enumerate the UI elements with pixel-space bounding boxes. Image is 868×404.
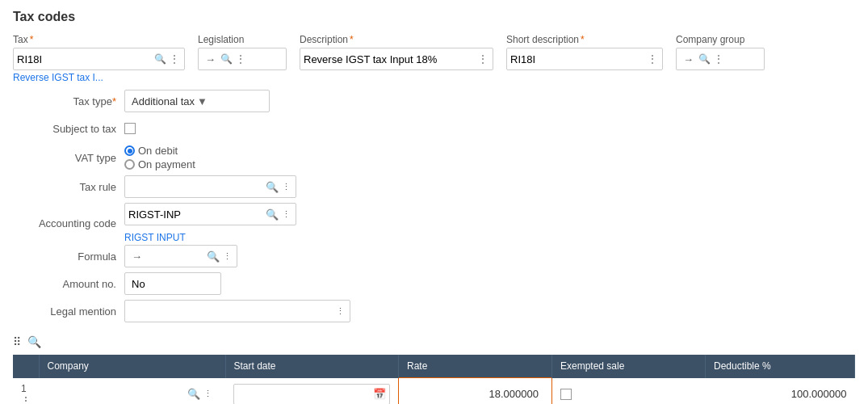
subject-to-tax-label: Subject to tax	[19, 123, 124, 135]
accounting-code-more-icon[interactable]: ⋮	[280, 209, 292, 220]
deductible-value: 100.000000	[714, 388, 847, 400]
short-description-more-icon[interactable]: ⋮	[646, 53, 659, 65]
amount-no-row: Amount no.	[19, 272, 855, 295]
table-row: 1 ⋮ 🔍 ⋮ 📅	[13, 378, 855, 405]
vat-type-on-payment-radio[interactable]	[124, 159, 135, 170]
legislation-label: Legislation	[198, 34, 287, 45]
tax-label: Tax*	[13, 34, 185, 45]
company-group-arrow: →	[680, 53, 697, 65]
company-more-icon[interactable]: ⋮	[202, 389, 214, 399]
tax-rule-search-box[interactable]: 🔍 ⋮	[124, 175, 296, 198]
company-group-more-icon[interactable]: ⋮	[712, 53, 725, 65]
description-input-box[interactable]: ⋮	[300, 48, 493, 70]
company-search-icon[interactable]: 🔍	[186, 388, 202, 400]
short-description-label: Short description*	[506, 34, 663, 45]
tax-rule-input[interactable]	[128, 181, 264, 193]
accounting-code-input[interactable]	[128, 208, 264, 221]
legal-mention-input[interactable]	[128, 305, 334, 318]
company-search-box[interactable]: 🔍 ⋮	[47, 383, 217, 405]
row-menu-icon[interactable]: ⋮	[21, 395, 31, 405]
short-description-field-group: Short description* ⋮	[506, 34, 663, 70]
start-date-input-box[interactable]: 📅	[233, 384, 390, 405]
company-input[interactable]	[50, 388, 186, 400]
subject-to-tax-row: Subject to tax	[19, 117, 855, 140]
row-num-cell: 1 ⋮	[13, 378, 39, 405]
company-cell: 🔍 ⋮	[39, 378, 225, 405]
formula-more-icon[interactable]: ⋮	[221, 251, 233, 262]
table-section: ⠿ 🔍 Company Start date Rate Exempted sal…	[13, 332, 855, 404]
calendar-icon[interactable]: 📅	[373, 388, 386, 400]
accounting-code-search-box[interactable]: 🔍 ⋮	[124, 203, 296, 225]
description-more-icon[interactable]: ⋮	[476, 53, 489, 65]
toolbar-search-icon[interactable]: 🔍	[27, 335, 41, 348]
exempted-sale-cell	[552, 378, 706, 405]
col-header-exempted-sale: Exempted sale	[552, 355, 706, 378]
vat-type-label: VAT type	[19, 152, 124, 164]
short-description-input[interactable]	[510, 53, 646, 65]
exempted-sale-checkbox[interactable]	[560, 389, 572, 400]
deductible-cell: 100.000000	[706, 378, 855, 405]
tax-search-icon[interactable]: 🔍	[153, 53, 168, 65]
tax-rule-label: Tax rule	[19, 181, 124, 193]
accounting-code-label: Accounting code	[19, 217, 124, 229]
tax-type-content: Additional tax ▼	[124, 90, 270, 112]
tax-rule-content: 🔍 ⋮	[124, 175, 296, 198]
rate-value: 18.000000	[407, 385, 543, 403]
vat-type-radio-group: On debit On payment	[124, 145, 195, 170]
table-toolbar: ⠿ 🔍	[13, 332, 855, 351]
start-date-input[interactable]	[237, 388, 373, 400]
subject-to-tax-content	[124, 123, 136, 134]
formula-row: Formula → 🔍 ⋮	[19, 245, 855, 267]
vat-type-on-debit[interactable]: On debit	[124, 145, 195, 157]
short-description-input-box[interactable]: ⋮	[506, 48, 663, 70]
tax-type-dropdown[interactable]: Additional tax ▼	[124, 90, 270, 112]
formula-search-icon[interactable]: 🔍	[205, 250, 221, 263]
subject-to-tax-checkbox[interactable]	[124, 123, 136, 134]
tax-more-icon[interactable]: ⋮	[168, 53, 181, 65]
vat-type-on-debit-label: On debit	[138, 145, 178, 157]
formula-label: Formula	[19, 250, 124, 263]
company-group-search-icon[interactable]: 🔍	[697, 53, 712, 65]
vat-type-on-payment-label: On payment	[138, 158, 195, 170]
accounting-code-search-icon[interactable]: 🔍	[264, 208, 280, 221]
description-input[interactable]	[304, 53, 476, 65]
legal-mention-label: Legal mention	[19, 305, 124, 318]
col-header-rate: Rate	[399, 355, 552, 378]
formula-box[interactable]: → 🔍 ⋮	[124, 245, 237, 267]
start-date-cell: 📅	[225, 378, 399, 405]
legal-mention-more-icon[interactable]: ⋮	[334, 306, 346, 317]
formula-content: → 🔍 ⋮	[124, 245, 237, 267]
legislation-field-group: Legislation → 🔍 ⋮	[198, 34, 287, 70]
col-header-num	[13, 355, 39, 378]
tax-rule-more-icon[interactable]: ⋮	[280, 182, 292, 192]
accounting-code-content: 🔍 ⋮ RIGST INPUT	[124, 203, 296, 243]
tax-input-box[interactable]: 🔍 ⋮	[13, 48, 185, 70]
tax-rule-search-icon[interactable]: 🔍	[264, 181, 280, 193]
company-group-input-box[interactable]: → 🔍 ⋮	[676, 48, 765, 70]
legal-mention-row: Legal mention ⋮	[19, 300, 855, 322]
tax-table: Company Start date Rate Exempted sale De…	[13, 355, 855, 404]
legislation-input-box[interactable]: → 🔍 ⋮	[198, 48, 287, 70]
company-group-label: Company group	[676, 34, 765, 45]
tax-type-dropdown-arrow: ▼	[197, 95, 262, 107]
tax-rule-row: Tax rule 🔍 ⋮	[19, 175, 855, 198]
tax-type-row: Tax type* Additional tax ▼	[19, 90, 855, 112]
company-group-field-group: Company group → 🔍 ⋮	[676, 34, 765, 70]
legislation-more-icon[interactable]: ⋮	[234, 53, 247, 65]
description-label: Description*	[300, 34, 493, 45]
vat-type-on-debit-radio[interactable]	[124, 145, 135, 156]
accounting-code-link[interactable]: RIGST INPUT	[124, 232, 186, 243]
amount-no-input[interactable]	[124, 272, 221, 295]
description-field-group: Description* ⋮	[300, 34, 493, 70]
legislation-search-icon[interactable]: 🔍	[219, 53, 234, 65]
tax-input[interactable]	[17, 53, 153, 65]
legislation-arrow: →	[202, 53, 219, 65]
legal-mention-box[interactable]: ⋮	[124, 300, 350, 322]
vat-type-on-payment[interactable]: On payment	[124, 158, 195, 170]
tax-link[interactable]: Reverse IGST tax I...	[13, 72, 185, 83]
col-header-start-date: Start date	[225, 355, 399, 378]
tax-type-value: Additional tax	[132, 95, 197, 107]
toolbar-grid-icon[interactable]: ⠿	[13, 335, 21, 348]
rate-cell: 18.000000	[399, 378, 552, 405]
form-section: Tax type* Additional tax ▼ Subject to ta…	[19, 90, 855, 322]
